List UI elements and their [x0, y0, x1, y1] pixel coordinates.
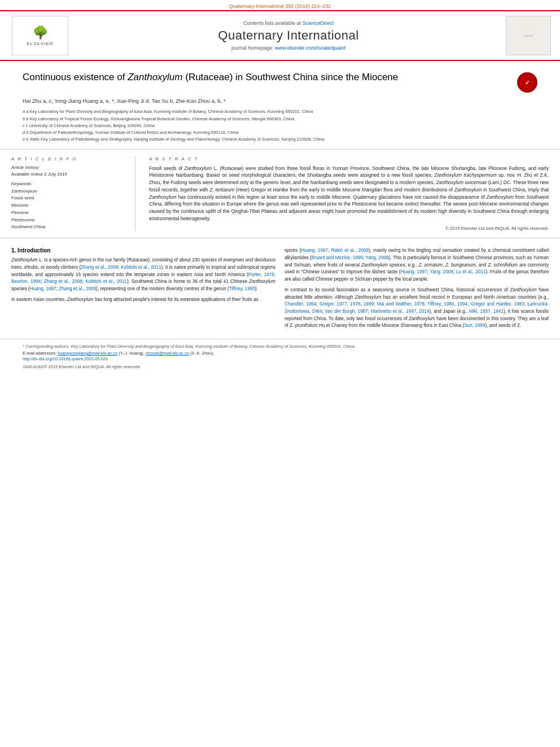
contents-available-text: Contents lists available at — [243, 20, 301, 26]
article-header: Continuous existence of Zanthoxylum (Rut… — [0, 61, 560, 150]
cite-zhang2008[interactable]: Zhang et al., 2008 — [81, 265, 118, 270]
article-info-heading: A R T I C L E I N F O — [11, 156, 128, 161]
journal-title: Quaternary International — [218, 28, 358, 43]
copyright-line: © 2015 Elsevier Ltd and INQUA. All right… — [149, 226, 549, 231]
cite-tiffney1980b[interactable]: Tiffney, 1980, 1994 — [427, 302, 467, 307]
crossmark-icon: ✓ — [525, 79, 530, 86]
email2-attr: (Z.-K. Zhou). — [190, 351, 215, 356]
cite-huang1997[interactable]: Huang, 1997 — [30, 286, 56, 291]
cite-zhang2008c[interactable]: Zhang et al., 2008 — [59, 286, 96, 291]
logo-area: 🌳 ELSEVIER — [9, 16, 71, 55]
main-body: 1. Introduction Zanthoxylum L. is a spec… — [0, 238, 560, 339]
article-available-online: Available online 2 July 2015 — [11, 172, 128, 177]
cite-bryant1999[interactable]: Bryant and Mezine, 1999 — [312, 255, 363, 260]
cite-beurton1994[interactable]: Beurton, 1994 — [11, 279, 41, 284]
elsevier-logo-box: 🌳 ELSEVIER — [12, 16, 68, 55]
info-abstract-section: A R T I C L E I N F O Article history: A… — [0, 150, 560, 239]
authors-text: Hai Zhu a, c, Yong-Jiang Huang a, e, *, … — [23, 98, 225, 104]
keywords-label: Keywords: — [11, 181, 128, 186]
cite-vanderburgh1987[interactable]: Van der Burgh, 1987 — [325, 309, 368, 314]
cite-yang2008b[interactable]: Yang, 2008 — [430, 269, 453, 274]
cite-tiffney1980[interactable]: Tiffney, 1980 — [229, 286, 255, 291]
cite-mai1978[interactable]: Mai and Walther, 1978 — [377, 302, 424, 307]
body-left-column: 1. Introduction Zanthoxylum L. is a spec… — [11, 247, 275, 333]
corresponding-authors-note: * Corresponding authors. Key Laboratory … — [23, 344, 537, 349]
keyword-2: Fossil seed — [11, 195, 128, 202]
abstract-column: A B S T R A C T Fossil seeds of Zanthoxy… — [145, 156, 549, 231]
body-paragraph-4: In contrast to its sound fascination as … — [285, 287, 549, 330]
homepage-prefix: journal homepage: — [231, 45, 274, 51]
affiliation-e: e e State Key Laboratory of Paleobiology… — [23, 136, 537, 142]
title-italic: Zanthoxylum — [128, 72, 182, 82]
tree-icon: 🌳 — [33, 25, 48, 40]
email-line: E-mail addresses: huangyongjiang@mail.ki… — [23, 351, 537, 356]
cite-miki1937[interactable]: Miki, 1937, 1941 — [469, 309, 504, 314]
title-suffix: (Rutaceae) in Southwest China since the … — [183, 72, 399, 82]
article-title-text: Continuous existence of Zanthoxylum (Rut… — [23, 71, 511, 84]
journal-cover-image: cover — [506, 16, 551, 55]
section1-title: 1. Introduction — [11, 247, 275, 254]
journal-citation: Quaternary International 392 (2016) 224–… — [229, 3, 331, 9]
article-info-column: A R T I C L E I N F O Article history: A… — [11, 156, 135, 231]
cite-chandler1964[interactable]: Chandler, 1964 — [285, 302, 316, 307]
cite-martinetto1997[interactable]: Martinetto et al., 1997, 2014 — [371, 309, 430, 314]
cite-zhang2008b[interactable]: Zhang et al., 2008 — [44, 279, 82, 284]
cite-kubitzki2011b[interactable]: Kubitzki et al., 2011 — [85, 279, 127, 284]
article-history-label: Article history: — [11, 165, 128, 170]
article-title: Continuous existence of Zanthoxylum (Rut… — [23, 71, 537, 93]
doi-link[interactable]: http://dx.doi.org/10.1016/j.quaint.2015.… — [23, 356, 108, 361]
body-paragraph-2: In eastern Asian countries, Zanthoxylum … — [11, 296, 275, 304]
email-link-1[interactable]: huangyongjiang@mail.kib.ac.cn — [58, 351, 117, 356]
affiliation-a: a a Key Laboratory for Plant Diversity a… — [23, 108, 537, 115]
keyword-6: Southwest China — [11, 224, 128, 231]
email-label: E-mail addresses: — [23, 351, 56, 356]
cite-gregor1977[interactable]: Gregor, 1977, 1978, 1989 — [320, 302, 374, 307]
body-right-column: spices (Huang, 1997; Rakić et al., 2009)… — [285, 247, 549, 333]
cite-yang2008[interactable]: Yang, 2008 — [365, 255, 388, 260]
affiliation-d: d d Department of Paleoanthropology, Yun… — [23, 129, 537, 136]
star-note-text: * Corresponding authors. Key Laboratory … — [23, 344, 356, 349]
email1-attr: (Y.-J. Huang), — [119, 351, 145, 356]
journal-header: 🌳 ELSEVIER Contents lists available at S… — [0, 10, 560, 61]
affiliation-c: c c University of Chinese Academy of Sci… — [23, 123, 537, 129]
keywords-list: Zanthoxylum Fossil seed Miocene Pliocene… — [11, 188, 128, 231]
keyword-1: Zanthoxylum — [11, 188, 128, 195]
cite-sun1999[interactable]: Sun, 1999 — [464, 323, 485, 328]
cite-kubitzki2011[interactable]: Kubitzki et al., 2011 — [121, 265, 161, 270]
authors-line: Hai Zhu a, c, Yong-Jiang Huang a, e, *, … — [23, 97, 537, 105]
cite-rakic2009[interactable]: Rakić et al., 2009 — [331, 248, 369, 253]
keyword-5: Pleistocene — [11, 217, 128, 224]
footer-issn: 1040-6182/© 2015 Elsevier Ltd and INQUA.… — [23, 364, 537, 369]
body-paragraph-1: Zanthoxylum L. is a species-rich genus i… — [11, 257, 275, 293]
science-direct-link[interactable]: ScienceDirect — [303, 20, 334, 26]
top-citation-bar: Quaternary International 392 (2016) 224–… — [0, 0, 560, 10]
title-prefix: Continuous existence of — [23, 72, 128, 82]
science-direct-line: Contents lists available at ScienceDirec… — [243, 20, 334, 26]
header-center: Contents lists available at ScienceDirec… — [77, 16, 500, 55]
elsevier-wordmark: ELSEVIER — [27, 41, 53, 46]
footer-doi: http://dx.doi.org/10.1016/j.quaint.2015.… — [23, 356, 537, 362]
affiliation-b: b b Key Laboratory of Tropical Forest Ec… — [23, 116, 537, 122]
cite-lu2011[interactable]: Lu et al., 2011 — [456, 269, 486, 274]
cite-huang1997s[interactable]: Huang, 1997 — [401, 269, 427, 274]
email-link-2[interactable]: zhouzk@mail.kib.ac.cn — [146, 351, 189, 356]
affiliations: a a Key Laboratory for Plant Diversity a… — [23, 108, 537, 142]
article-footer: * Corresponding authors. Key Laboratory … — [0, 339, 560, 374]
cite-gregor1983[interactable]: Gregor and Hantke, 1983 — [471, 302, 524, 307]
abstract-text: Fossil seeds of Zanthoxylum L. (Rutaceae… — [149, 165, 549, 222]
keyword-4: Pliocene — [11, 209, 128, 217]
homepage-line: journal homepage: www.elsevier.com/locat… — [231, 45, 345, 51]
crossmark-badge: ✓ — [517, 72, 537, 93]
cite-huang1997r[interactable]: Huang, 1997 — [301, 248, 328, 253]
body-paragraph-3: spices (Huang, 1997; Rakić et al., 2009)… — [285, 247, 549, 283]
homepage-link[interactable]: www.elsevier.com/locate/quaint — [275, 45, 345, 51]
cite-porter1976[interactable]: Porter, 1976 — [248, 272, 274, 277]
abstract-heading: A B S T R A C T — [149, 156, 549, 161]
page: Quaternary International 392 (2016) 224–… — [0, 0, 560, 374]
keyword-3: Miocene — [11, 202, 128, 209]
